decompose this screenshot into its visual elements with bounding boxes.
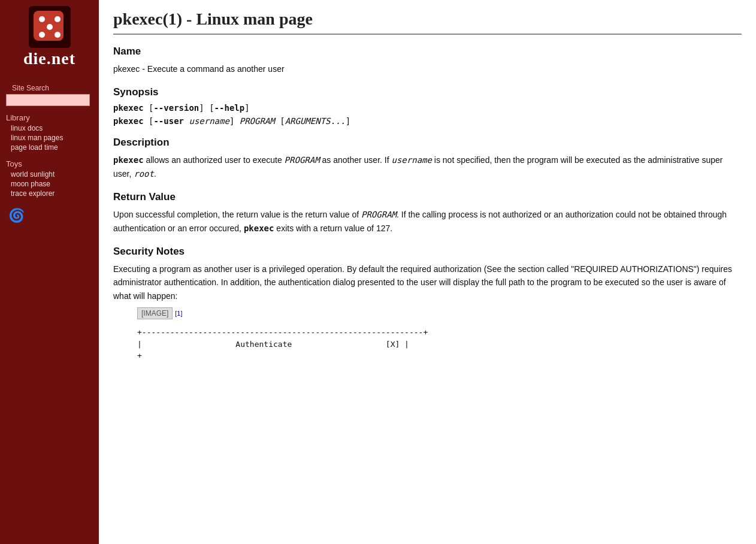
toys-section-title: Toys	[6, 159, 93, 168]
site-name[interactable]: die.net	[23, 49, 75, 68]
main-content: pkexec(1) - Linux man page Name pkexec -…	[99, 0, 756, 544]
security-notes-text: Executing a program as another user is a…	[113, 262, 742, 303]
name-heading: Name	[113, 46, 742, 58]
sidebar-item-trace-explorer[interactable]: trace explorer	[6, 189, 93, 198]
sidebar-nav: Site Search Library linux docs linux man…	[0, 72, 99, 198]
return-value-text: Upon successful completion, the return v…	[113, 208, 742, 235]
library-section: Library linux docs linux man pages page …	[6, 113, 93, 152]
logo-dice	[29, 6, 71, 48]
security-notes-heading: Security Notes	[113, 246, 742, 258]
site-search-label: Site Search	[6, 84, 93, 92]
svg-point-3	[55, 16, 61, 22]
image-placeholder: [IMAGE]	[137, 307, 173, 319]
svg-point-4	[47, 24, 53, 30]
library-section-title: Library	[6, 113, 93, 122]
synopsis-line-2: pkexec [--user username] PROGRAM [ARGUME…	[113, 116, 742, 126]
feedback-icon[interactable]: 🌀	[0, 208, 25, 223]
section-name: Name pkexec - Execute a command as anoth…	[113, 46, 742, 75]
name-text: pkexec - Execute a command as another us…	[113, 62, 742, 75]
sidebar-item-moon-phase[interactable]: moon phase	[6, 179, 93, 189]
toys-section: Toys world sunlight moon phase trace exp…	[6, 159, 93, 198]
section-synopsis: Synopsis pkexec [--version] [--help] pke…	[113, 86, 742, 126]
svg-point-2	[39, 16, 45, 22]
sidebar-item-linux-docs[interactable]: linux docs	[6, 123, 93, 133]
synopsis-line-1: pkexec [--version] [--help]	[113, 103, 742, 113]
sidebar-item-linux-man-pages[interactable]: linux man pages	[6, 133, 93, 143]
section-return-value: Return Value Upon successful completion,…	[113, 191, 742, 235]
search-input[interactable]	[6, 94, 90, 106]
image-ref-area: [IMAGE] [1]	[137, 307, 742, 322]
sidebar: die.net Site Search Library linux docs l…	[0, 0, 99, 544]
return-value-heading: Return Value	[113, 191, 742, 203]
description-heading: Description	[113, 137, 742, 149]
svg-point-6	[55, 32, 61, 38]
synopsis-heading: Synopsis	[113, 86, 742, 98]
logo-area: die.net	[0, 0, 99, 72]
sidebar-item-page-load-time[interactable]: page load time	[6, 143, 93, 152]
search-section: Site Search	[6, 84, 93, 106]
section-security-notes: Security Notes Executing a program as an…	[113, 246, 742, 362]
svg-point-5	[39, 32, 45, 38]
footnote-ref-1[interactable]: [1]	[175, 310, 182, 317]
description-text: pkexec allows an authorized user to exec…	[113, 153, 742, 180]
section-description: Description pkexec allows an authorized …	[113, 137, 742, 180]
ascii-box: +---------------------------------------…	[137, 327, 742, 362]
sidebar-item-world-sunlight[interactable]: world sunlight	[6, 170, 93, 179]
page-title: pkexec(1) - Linux man page	[113, 10, 742, 35]
